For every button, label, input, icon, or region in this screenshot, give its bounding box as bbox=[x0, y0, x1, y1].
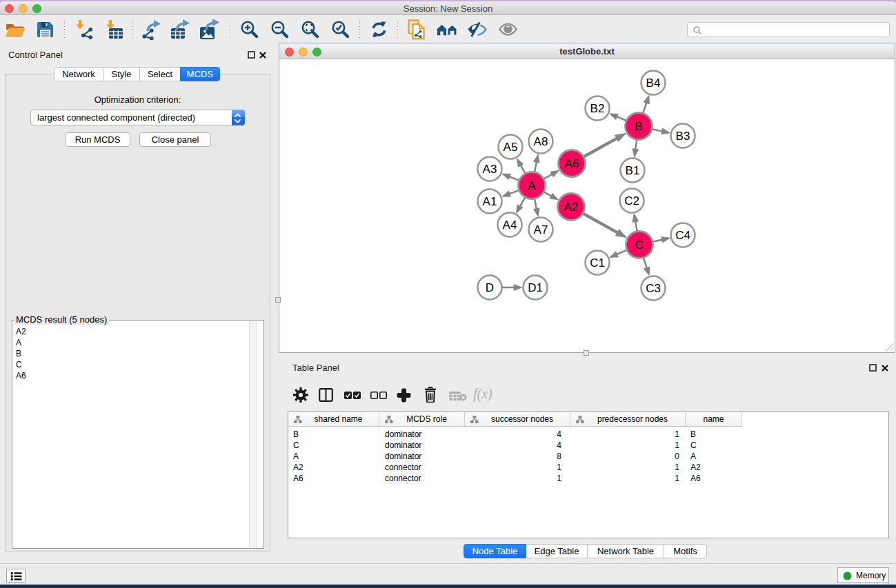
svg-text:B4: B4 bbox=[646, 77, 661, 90]
svg-text:B3: B3 bbox=[676, 130, 690, 143]
svg-text:A5: A5 bbox=[504, 141, 518, 154]
svg-text:A2: A2 bbox=[564, 201, 579, 214]
svg-text:A1: A1 bbox=[483, 195, 497, 208]
svg-text:D1: D1 bbox=[528, 281, 543, 294]
svg-text:D: D bbox=[486, 281, 494, 294]
svg-text:A6: A6 bbox=[565, 157, 579, 170]
svg-text:A7: A7 bbox=[534, 223, 548, 236]
svg-text:C3: C3 bbox=[646, 282, 661, 295]
svg-text:A8: A8 bbox=[534, 135, 548, 148]
svg-text:A4: A4 bbox=[503, 219, 517, 232]
svg-text:B2: B2 bbox=[590, 102, 605, 115]
svg-text:C: C bbox=[635, 239, 644, 252]
svg-text:A: A bbox=[528, 179, 536, 192]
svg-text:B: B bbox=[635, 120, 642, 133]
svg-text:A3: A3 bbox=[483, 163, 497, 176]
svg-text:C1: C1 bbox=[590, 256, 605, 270]
svg-text:C2: C2 bbox=[624, 194, 639, 207]
svg-text:C4: C4 bbox=[675, 229, 690, 242]
svg-text:B1: B1 bbox=[626, 164, 640, 177]
